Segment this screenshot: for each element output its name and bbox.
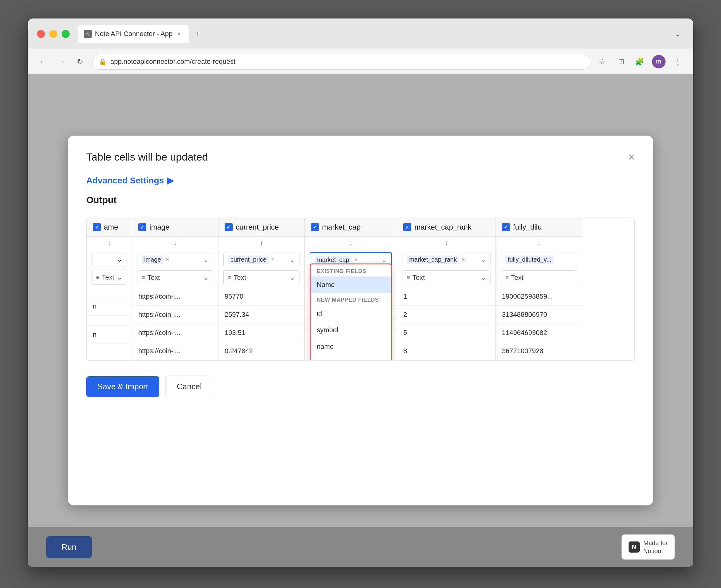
col-fully-diluted-type-selector[interactable]: ≡ Text: [501, 270, 577, 285]
col-market-cap-rank-field-selector[interactable]: market_cap_rank × ⌄: [402, 252, 490, 267]
col-image-type-selector[interactable]: ≡ Text ⌄: [137, 270, 213, 285]
col-market-cap-field-arrow: ⌄: [382, 256, 387, 264]
table-row: 5: [397, 324, 495, 342]
table-row: n: [87, 326, 132, 344]
security-icon: 🔒: [99, 58, 107, 65]
col-image-type-value: Text: [147, 274, 160, 282]
col-image-title: image: [149, 223, 169, 231]
col-name-field-selector[interactable]: ⌄: [91, 252, 127, 267]
col-image-field-selector[interactable]: image × ⌄: [137, 252, 213, 267]
modal-close-button[interactable]: ×: [628, 152, 635, 163]
text-type-icon: ≡: [228, 275, 231, 281]
browser-titlebar: N Note API Connector - App × + ⌄: [28, 19, 693, 49]
col-current-price-field-selector[interactable]: current_price × ⌄: [224, 252, 299, 267]
col-image-type-arrow: ⌄: [203, 274, 209, 282]
table-row: https://coin-i...: [132, 342, 218, 360]
maximize-window-button[interactable]: [62, 30, 70, 38]
dropdown-item-id[interactable]: id: [311, 305, 391, 322]
table-row: n: [87, 297, 132, 316]
made-for-notion-text: Made for Notion: [643, 539, 668, 555]
col-name-header: ame: [87, 218, 132, 237]
tab-favicon: N: [84, 30, 92, 38]
col-market-cap-rank-type-selector[interactable]: ≡ Text ⌄: [402, 270, 490, 285]
new-tab-button[interactable]: +: [191, 28, 203, 40]
back-button[interactable]: ←: [37, 56, 49, 68]
table-row: 313488806970: [496, 306, 582, 324]
table-row: 1: [397, 288, 495, 306]
cancel-button[interactable]: Cancel: [166, 376, 213, 397]
browser-window: N Note API Connector - App × + ⌄ ← → ↻ 🔒…: [28, 19, 693, 567]
advanced-settings-label: Advanced Settings: [86, 176, 164, 186]
col-market-cap-field-clear[interactable]: ×: [354, 257, 357, 263]
made-for-line1: Made for: [643, 539, 668, 547]
dropdown-item-symbol[interactable]: symbol: [311, 322, 391, 338]
existing-fields-label: EXISTING FIELDS: [311, 265, 391, 276]
table-row: https://coin-i...: [132, 306, 218, 324]
col-name-checkbox[interactable]: [93, 223, 101, 231]
table-row: 114964693082: [496, 324, 582, 342]
col-market-cap-checkbox[interactable]: [311, 223, 319, 231]
field-dropdown[interactable]: EXISTING FIELDS Name NEW MAPPED FIELDS i…: [310, 264, 392, 361]
save-import-button[interactable]: Save & Import: [86, 376, 159, 397]
tab-close-button[interactable]: ×: [176, 30, 183, 37]
url-text: app.noteapiconnector.com/create-request: [110, 58, 235, 66]
browser-menu-button[interactable]: ⌄: [672, 28, 684, 40]
text-type-icon: ≡: [407, 275, 410, 281]
notion-icon: N: [629, 542, 640, 552]
advanced-settings-toggle[interactable]: Advanced Settings ▶: [86, 175, 635, 186]
col-market-cap-rank-field-clear[interactable]: ×: [462, 256, 465, 263]
table-row: 190002593859...: [496, 288, 582, 306]
col-current-price: current_price ↓ current_price × ⌄ ≡ Text…: [218, 218, 305, 360]
col-market-cap: market_cap ↓ market_cap × ⌄ ≡ Text ⌄: [305, 218, 397, 360]
forward-button[interactable]: →: [56, 56, 68, 68]
dropdown-item-name2[interactable]: name: [311, 338, 391, 355]
col-current-price-type-arrow: ⌄: [289, 274, 295, 282]
profile-avatar[interactable]: m: [652, 55, 665, 68]
col-current-price-arrow: ↓: [218, 237, 304, 249]
col-fully-diluted-title: fully_dilu: [513, 223, 542, 231]
col-name-title: ame: [104, 223, 118, 231]
col-current-price-field-clear[interactable]: ×: [272, 256, 275, 263]
col-fully-diluted-checkbox[interactable]: [502, 223, 510, 231]
dropdown-item-name[interactable]: Name: [311, 276, 391, 293]
screenshot-icon[interactable]: ⊡: [615, 56, 627, 68]
active-tab[interactable]: N Note API Connector - App ×: [78, 25, 189, 43]
col-market-cap-rank-title: market_cap_rank: [415, 223, 471, 231]
col-current-price-title: current_price: [236, 223, 279, 231]
col-name-type-selector[interactable]: ≡ Text ⌄: [91, 270, 127, 285]
menu-icon[interactable]: ⋮: [672, 56, 684, 68]
output-section-label: Output: [86, 195, 635, 205]
table-row: 8: [397, 342, 495, 360]
col-market-cap-rank-checkbox[interactable]: [403, 223, 411, 231]
table-row: 193.51: [218, 324, 304, 342]
col-market-cap-rank-arrow: ↓: [397, 237, 495, 249]
table-columns: ame ↓ ⌄ ≡ Text ⌄ n: [86, 217, 635, 361]
run-button[interactable]: Run: [46, 536, 92, 558]
col-fully-diluted-header: fully_dilu: [496, 218, 582, 237]
col-fully-diluted-type-value: Text: [511, 274, 523, 282]
col-image-field-clear[interactable]: ×: [166, 256, 169, 263]
col-current-price-checkbox[interactable]: [225, 223, 233, 231]
col-market-cap-header: market_cap: [305, 218, 397, 237]
address-bar[interactable]: 🔒 app.noteapiconnector.com/create-reques…: [92, 54, 590, 70]
col-image-checkbox[interactable]: [139, 223, 146, 231]
bookmark-icon[interactable]: ☆: [596, 56, 609, 68]
col-fully-diluted-field-selector[interactable]: fully_diluted_v...: [501, 252, 577, 267]
col-current-price-header: current_price: [218, 218, 304, 237]
col-current-price-type-value: Text: [234, 274, 246, 282]
minimize-window-button[interactable]: [49, 30, 57, 38]
close-window-button[interactable]: [37, 30, 45, 38]
col-current-price-type-selector[interactable]: ≡ Text ⌄: [224, 270, 299, 285]
col-name-dropdown-arrow: ⌄: [117, 255, 122, 264]
browser-toolbar: ← → ↻ 🔒 app.noteapiconnector.com/create-…: [28, 49, 693, 74]
modal-footer: Save & Import Cancel: [86, 376, 635, 397]
refresh-button[interactable]: ↻: [74, 56, 86, 68]
extensions-icon[interactable]: 🧩: [634, 56, 646, 68]
col-name-arrow: ↓: [87, 237, 132, 249]
browser-content: Table cells will be updated × Advanced S…: [28, 74, 693, 567]
dropdown-item-image[interactable]: image: [311, 355, 391, 361]
col-current-price-field-arrow: ⌄: [290, 256, 295, 264]
table-row: https://coin-i...: [132, 288, 218, 306]
table-row: [87, 287, 132, 297]
col-image-field-tag: image: [142, 255, 163, 264]
